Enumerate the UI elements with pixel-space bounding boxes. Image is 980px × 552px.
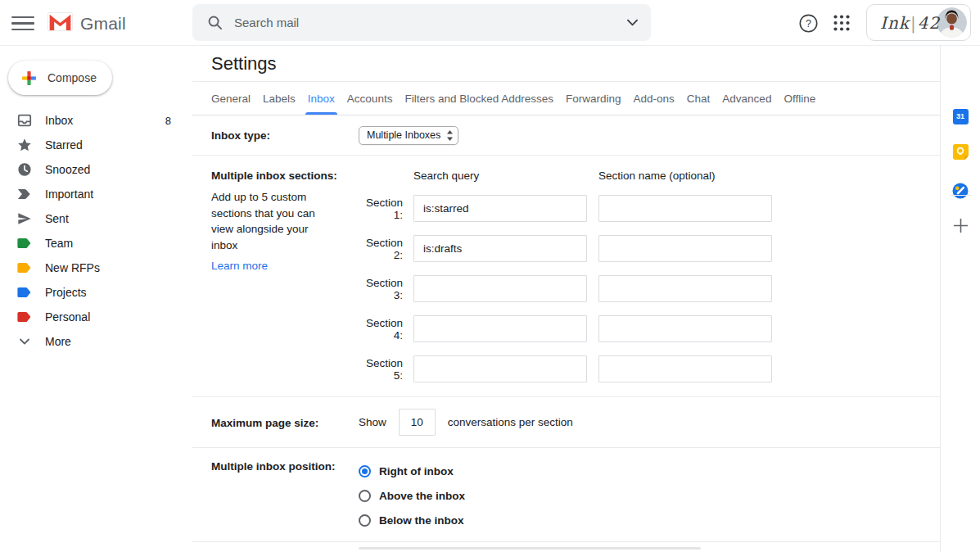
section-row-2: Section 2: <box>359 235 772 262</box>
search-input[interactable] <box>234 16 627 29</box>
sidebar-item-snoozed[interactable]: Snoozed <box>0 157 192 182</box>
gmail-envelope-icon <box>47 11 74 35</box>
inbox-type-select[interactable]: Multiple Inboxes <box>359 126 458 145</box>
compose-button[interactable]: Compose <box>8 61 112 95</box>
sidebar-item-inbox[interactable]: Inbox 8 <box>0 108 192 133</box>
tab-general[interactable]: General <box>211 82 251 115</box>
label-tag-icon <box>16 238 33 249</box>
avatar[interactable] <box>937 7 967 38</box>
page-size-input[interactable] <box>399 409 436 436</box>
calendar-icon[interactable]: 31 <box>952 108 969 124</box>
multiple-inbox-position-label: Multiple inbox position: <box>211 460 335 473</box>
star-icon <box>16 138 33 152</box>
important-marker-icon <box>16 188 33 200</box>
tab-forwarding[interactable]: Forwarding <box>566 82 621 115</box>
section-2-query-input[interactable] <box>413 235 587 262</box>
compose-label: Compose <box>47 71 97 84</box>
tab-inbox[interactable]: Inbox <box>308 82 335 115</box>
tab-addons[interactable]: Add-ons <box>634 82 675 115</box>
right-side-panel: 31 <box>940 46 980 552</box>
inbox-icon <box>16 113 33 128</box>
label-tag-icon <box>16 287 33 298</box>
sidebar-nav: Inbox 8 Starred Snoozed Important Sent <box>0 108 192 354</box>
section-1-name-input[interactable] <box>598 195 772 222</box>
radio-right-of-inbox[interactable]: Right of inbox <box>359 459 465 483</box>
next-section-peek <box>359 547 701 550</box>
page-title: Settings <box>211 53 277 75</box>
radio-below-the-inbox[interactable]: Below the inbox <box>359 508 465 532</box>
tab-labels[interactable]: Labels <box>263 82 296 115</box>
multiple-inbox-sections-label: Multiple inbox sections: <box>211 170 359 182</box>
section-2-name-input[interactable] <box>598 235 772 262</box>
tab-filters[interactable]: Filters and Blocked Addresses <box>404 82 553 115</box>
section-row-5: Section 5: <box>359 355 772 382</box>
search-options-chevron-down-icon[interactable] <box>627 19 638 26</box>
section-4-query-input[interactable] <box>413 315 587 342</box>
section-4-name-input[interactable] <box>598 315 772 342</box>
gmail-logo[interactable]: Gmail <box>47 11 126 35</box>
tasks-icon[interactable] <box>952 183 969 199</box>
clock-icon <box>16 162 33 177</box>
sidebar-item-label-new-rfps[interactable]: New RFPs <box>0 256 192 280</box>
top-bar: Gmail ? Ink|42 <box>0 0 980 46</box>
rail-divider <box>950 195 972 196</box>
search-icon[interactable] <box>207 15 223 30</box>
sidebar-item-important[interactable]: Important <box>0 182 192 206</box>
maximum-page-size-label: Maximum page size: <box>211 417 318 429</box>
gmail-wordmark: Gmail <box>80 14 126 34</box>
section-1-query-input[interactable] <box>413 195 587 222</box>
hamburger-menu-icon[interactable] <box>11 12 34 34</box>
compose-plus-icon <box>20 70 38 87</box>
show-prefix-label: Show <box>359 416 386 428</box>
tab-advanced[interactable]: Advanced <box>722 82 771 115</box>
svg-text:?: ? <box>806 18 811 29</box>
tab-offline[interactable]: Offline <box>784 82 815 115</box>
section-row-1: Section 1: <box>359 195 772 222</box>
keep-icon[interactable] <box>952 143 969 160</box>
section-row-4: Section 4: <box>359 315 772 342</box>
label-tag-icon <box>16 311 33 323</box>
sidebar-item-sent[interactable]: Sent <box>0 206 192 231</box>
help-icon[interactable]: ? <box>797 12 819 34</box>
section-3-query-input[interactable] <box>413 275 587 302</box>
select-updown-arrows-icon <box>446 129 454 142</box>
inbox-unread-count: 8 <box>165 115 171 127</box>
tab-accounts[interactable]: Accounts <box>347 82 393 115</box>
radio-above-the-inbox[interactable]: Above the inbox <box>359 483 465 508</box>
sidebar-item-label-personal[interactable]: Personal <box>0 305 192 329</box>
conversations-suffix-label: conversations per section <box>448 416 573 428</box>
google-apps-grid-icon[interactable] <box>831 12 852 34</box>
settings-tabs: General Labels Inbox Accounts Filters an… <box>192 82 940 115</box>
radio-unselected-icon[interactable] <box>359 490 371 502</box>
sections-description: Add up to 5 custom sections that you can… <box>211 189 324 253</box>
section-5-name-input[interactable] <box>598 355 772 382</box>
sidebar-item-more[interactable]: More <box>0 329 192 354</box>
section-name-column-header: Section name (optional) <box>598 170 716 182</box>
chevron-down-icon <box>16 338 33 345</box>
paper-plane-icon <box>16 211 33 226</box>
search-query-column-header: Search query <box>413 170 598 182</box>
settings-main: Settings General Labels Inbox Accounts F… <box>192 46 940 552</box>
learn-more-link[interactable]: Learn more <box>211 260 268 272</box>
radio-unselected-icon[interactable] <box>359 514 371 527</box>
brand-wordmark: Ink|42 <box>880 13 940 33</box>
sidebar-item-label-team[interactable]: Team <box>0 231 192 256</box>
label-tag-icon <box>16 262 33 274</box>
left-sidebar: Compose Inbox 8 Starred Snoozed Impo <box>0 46 192 552</box>
account-brand-box[interactable]: Ink|42 <box>866 4 971 41</box>
search-bar[interactable] <box>192 4 651 41</box>
radio-selected-icon[interactable] <box>359 465 371 477</box>
tab-chat[interactable]: Chat <box>687 82 711 115</box>
get-addons-plus-icon[interactable] <box>952 217 969 233</box>
sidebar-item-label-projects[interactable]: Projects <box>0 280 192 305</box>
sidebar-item-starred[interactable]: Starred <box>0 133 192 157</box>
section-3-name-input[interactable] <box>598 275 772 302</box>
section-5-query-input[interactable] <box>413 355 587 382</box>
inbox-type-label: Inbox type: <box>211 129 270 142</box>
section-row-3: Section 3: <box>359 275 772 302</box>
